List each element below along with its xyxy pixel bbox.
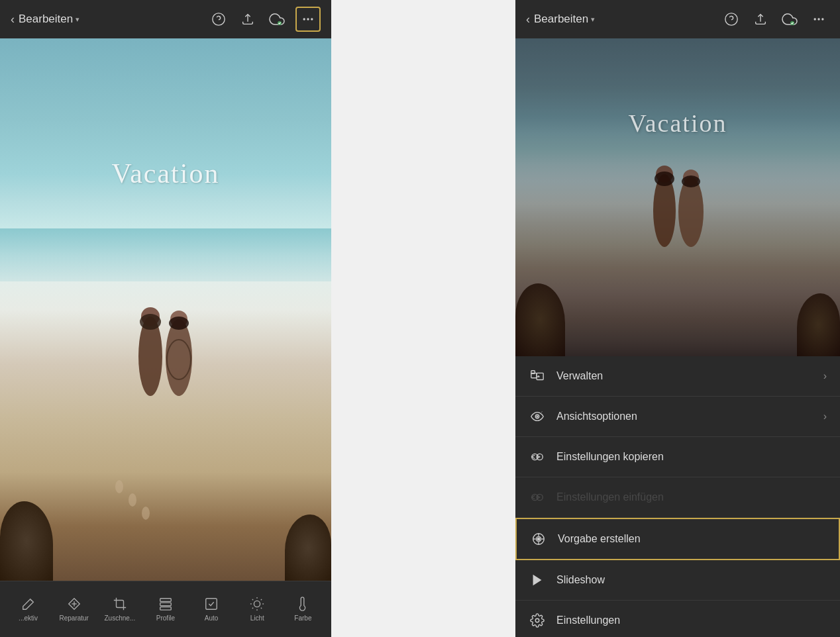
right-panel: ‹ Bearbeiten ▾ (515, 0, 840, 637)
preset-create-icon (531, 532, 546, 546)
left-topbar-left: ‹ Bearbeiten ▾ (11, 13, 208, 26)
right-dropdown-chevron: ▾ (591, 15, 595, 24)
right-help-button[interactable] (721, 9, 742, 30)
svg-point-62 (535, 618, 539, 622)
toolbar-label-effekt: ...ektiv (19, 614, 38, 622)
menu-item-slideshow[interactable]: Slideshow (515, 560, 840, 601)
left-help-button[interactable] (208, 9, 229, 30)
slideshow-label: Slideshow (556, 574, 827, 586)
verwalten-icon (530, 369, 545, 383)
toolbar-item-auto[interactable]: Auto (193, 597, 230, 622)
right-bearbeiten-dropdown[interactable]: Bearbeiten ▾ (534, 13, 595, 26)
right-export-button[interactable] (750, 9, 771, 30)
svg-point-13 (115, 480, 123, 493)
right-export-icon (753, 12, 768, 26)
ansichtsoptionen-icon (530, 409, 545, 424)
right-cloud-icon (782, 11, 798, 27)
left-more-button[interactable] (295, 7, 321, 32)
left-cloud-button[interactable] (266, 9, 288, 30)
right-topbar: ‹ Bearbeiten ▾ (515, 0, 840, 38)
left-bearbeiten-title: Bearbeiten (19, 13, 73, 26)
svg-point-36 (821, 18, 823, 20)
svg-point-8 (140, 314, 161, 330)
more-dots-icon (301, 13, 315, 26)
svg-point-5 (311, 18, 313, 20)
vorgabe-erstellen-label: Vorgabe erstellen (558, 533, 825, 545)
beach-figures (123, 283, 209, 429)
vacation-watermark: Vacation (112, 158, 220, 189)
folder-icon (529, 368, 546, 385)
toolbar-item-effekt[interactable]: ...ektiv (10, 597, 46, 622)
left-topbar: ‹ Bearbeiten ▾ (0, 0, 331, 38)
svg-line-25 (252, 599, 253, 600)
left-bearbeiten-dropdown[interactable]: Bearbeiten ▾ (19, 13, 79, 26)
right-image-area: Vacation (515, 38, 840, 356)
auto-icon (204, 597, 219, 611)
svg-point-60 (537, 538, 540, 540)
crop-icon (113, 597, 127, 611)
menu-item-einstellungen-kopieren[interactable]: Einstellungen kopieren (515, 437, 840, 477)
view-icon (529, 408, 546, 425)
right-topbar-icons (721, 9, 829, 30)
left-panel: ‹ Bearbeiten ▾ (0, 0, 331, 637)
left-image-area: Vacation (0, 38, 331, 581)
svg-line-30 (261, 599, 262, 600)
verwalten-label: Verwalten (556, 370, 823, 382)
right-rock-right (797, 293, 840, 356)
gear-icon (529, 612, 546, 629)
water-overlay (0, 228, 331, 281)
toolbar-item-zuschneiden[interactable]: Zuschne... (101, 597, 138, 622)
svg-line-29 (252, 608, 253, 609)
right-back-button[interactable]: ‹ (526, 13, 530, 26)
svg-rect-18 (160, 599, 172, 602)
left-export-button[interactable] (237, 9, 258, 30)
slideshow-play-icon (530, 573, 545, 587)
menu-item-vorgabe-erstellen[interactable]: Vorgabe erstellen (515, 518, 840, 560)
layers-icon (158, 597, 173, 611)
svg-point-11 (169, 317, 189, 330)
svg-point-49 (537, 416, 538, 417)
toolbar-item-licht[interactable]: Licht (239, 597, 276, 622)
toolbar-label-reparatur: Reparatur (59, 614, 88, 622)
svg-point-4 (307, 18, 309, 20)
toolbar-item-profile[interactable]: Profile (147, 597, 184, 622)
right-beach-figures (638, 144, 717, 277)
right-bearbeiten-title: Bearbeiten (534, 13, 588, 26)
right-more-dots-icon (812, 13, 825, 26)
svg-point-22 (254, 601, 260, 607)
right-vacation-watermark: Vacation (629, 109, 727, 138)
svg-line-26 (261, 608, 262, 609)
menu-item-einstellungen-einfuegen[interactable]: Einstellungen einfügen (515, 477, 840, 518)
help-icon (211, 12, 226, 26)
svg-point-34 (814, 18, 816, 20)
menu-item-einstellungen[interactable]: Einstellungen (515, 601, 840, 637)
einstellungen-kopieren-label: Einstellungen kopieren (556, 451, 827, 463)
rock-left (0, 501, 53, 581)
right-more-button[interactable] (808, 9, 829, 30)
verwalten-chevron: › (823, 370, 827, 382)
einstellungen-label: Einstellungen (556, 614, 827, 626)
svg-rect-19 (160, 603, 172, 606)
ansichtsoptionen-label: Ansichtsoptionen (556, 411, 823, 422)
right-cloud-button[interactable] (779, 9, 800, 30)
left-dropdown-chevron: ▾ (76, 15, 79, 24)
toolbar-item-farbe[interactable]: Farbe (285, 597, 321, 622)
thermometer-icon (295, 597, 310, 611)
right-menu-list: Verwalten › Ansichtsoptionen › (515, 356, 840, 637)
beach-photo: Vacation (0, 38, 331, 581)
left-topbar-icons (208, 7, 321, 32)
menu-item-verwalten[interactable]: Verwalten › (515, 356, 840, 397)
toolbar-label-auto: Auto (205, 614, 219, 622)
paste-icon (530, 490, 545, 505)
menu-item-ansichtsoptionen[interactable]: Ansichtsoptionen › (515, 397, 840, 437)
svg-point-15 (142, 507, 150, 520)
einstellungen-einfuegen-label: Einstellungen einfügen (556, 491, 827, 503)
toolbar-label-profile: Profile (156, 614, 175, 622)
svg-point-42 (682, 175, 700, 187)
svg-point-31 (725, 13, 737, 25)
settings-gear-icon (530, 613, 545, 628)
svg-point-39 (655, 172, 674, 186)
export-icon (240, 12, 255, 26)
left-back-button[interactable]: ‹ (11, 13, 15, 26)
toolbar-item-reparatur[interactable]: Reparatur (56, 597, 92, 622)
